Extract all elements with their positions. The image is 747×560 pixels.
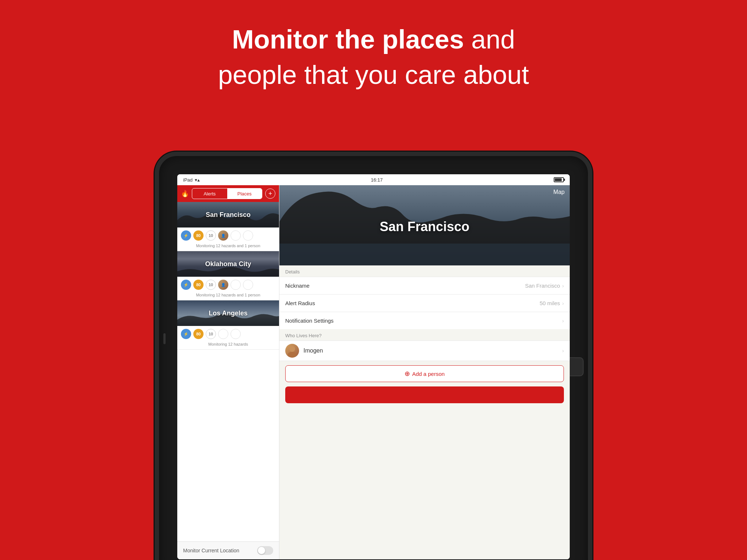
status-bar-right — [554, 177, 564, 182]
add-place-button[interactable]: + — [265, 188, 275, 199]
monitor-label: Monitor Current Location — [183, 548, 239, 553]
add-person-label: Add a person — [412, 371, 445, 377]
place-item-la[interactable]: Los Angeles ⚡ 80 10 Monitoring 12 hazard… — [177, 300, 279, 350]
sidebar-header: 🔥 Alerts Places + — [177, 185, 279, 202]
sf-icon-orange: 80 — [193, 230, 204, 241]
la-icon-gray: 10 — [206, 329, 216, 339]
person-avatar-imogen — [285, 344, 299, 358]
la-monitoring: Monitoring 12 hazards — [177, 342, 279, 349]
place-item-sf[interactable]: San Francisco ⚡ 80 10 👤 Monito — [177, 202, 279, 251]
hero-bold: Monitor the places — [232, 25, 464, 54]
map-place-title: San Francisco — [380, 219, 469, 234]
sf-empty1 — [231, 230, 241, 241]
alert-radius-label: Alert Radius — [285, 300, 315, 306]
main-content: 🔥 Alerts Places + — [177, 185, 570, 559]
nickname-label: Nickname — [285, 283, 310, 289]
bottom-red-bar — [285, 386, 564, 403]
hero-section: Monitor the places and people that you c… — [0, 0, 747, 560]
svg-rect-0 — [279, 244, 570, 265]
place-image-sf: San Francisco — [177, 202, 279, 228]
ok-icon-blue: ⚡ — [181, 280, 191, 290]
monitor-section: Monitor Current Location — [177, 541, 279, 559]
hero-line2: people that you care about — [0, 57, 747, 93]
right-panel: San Francisco Map Details Nickname San F… — [279, 185, 570, 559]
la-empty1 — [218, 329, 228, 339]
add-person-button[interactable]: ⊕ Add a person — [285, 365, 564, 382]
tab-alerts[interactable]: Alerts — [192, 188, 227, 199]
ipad-frame: iPad ▾▴ 16:17 🔥 — [155, 152, 592, 560]
sidebar: 🔥 Alerts Places + — [177, 185, 279, 559]
sf-icon-blue: ⚡ — [181, 230, 191, 241]
la-icon-blue: ⚡ — [181, 329, 191, 339]
la-icon-orange: 80 — [193, 329, 204, 339]
add-person-icon: ⊕ — [405, 370, 410, 378]
notification-chevron: › — [562, 318, 564, 324]
svg-point-1 — [289, 346, 295, 352]
sf-avatar: 👤 — [218, 230, 228, 241]
ipad-screen: iPad ▾▴ 16:17 🔥 — [177, 174, 570, 559]
la-label: Los Angeles — [209, 310, 247, 317]
tab-places[interactable]: Places — [227, 188, 262, 199]
ok-icon-gray: 10 — [206, 280, 216, 290]
avatar-placeholder-ok: 👤 — [218, 280, 228, 290]
hero-text: Monitor the places and people that you c… — [0, 22, 747, 93]
sf-icons: ⚡ 80 10 👤 — [177, 228, 279, 244]
place-image-ok: Oklahoma City — [177, 251, 279, 277]
la-empty2 — [231, 329, 241, 339]
status-bar-time: 16:17 — [371, 177, 383, 183]
avatar-svg — [285, 344, 299, 358]
sf-label: San Francisco — [206, 211, 251, 219]
notification-row[interactable]: Notification Settings › — [279, 312, 570, 329]
nickname-chevron: › — [562, 283, 564, 289]
battery-icon — [554, 177, 564, 182]
alert-radius-row[interactable]: Alert Radius 50 miles › — [279, 294, 570, 312]
alert-radius-chevron: › — [562, 300, 564, 306]
place-image-la: Los Angeles — [177, 300, 279, 326]
sf-empty2 — [243, 230, 253, 241]
ok-icons: ⚡ 80 10 👤 — [177, 277, 279, 293]
map-button[interactable]: Map — [553, 189, 565, 195]
notification-value: › — [562, 318, 564, 324]
nickname-value: San Francisco › — [525, 283, 564, 289]
nickname-row[interactable]: Nickname San Francisco › — [279, 277, 570, 294]
wifi-icon: ▾▴ — [195, 177, 200, 183]
place-item-ok[interactable]: Oklahoma City ⚡ 80 10 👤 Monito — [177, 251, 279, 300]
side-button — [163, 333, 166, 344]
device-name: iPad — [183, 177, 193, 183]
ok-empty2 — [243, 280, 253, 290]
hero-rest: and — [464, 25, 515, 54]
details-section-header: Details — [279, 265, 570, 277]
sf-icon-gray: 10 — [206, 230, 216, 241]
ok-avatar: 👤 — [218, 280, 228, 290]
person-chevron: › — [562, 348, 564, 354]
who-section-header: Who Lives Here? — [279, 329, 570, 341]
battery-fill — [555, 178, 562, 181]
person-row-imogen[interactable]: Imogen › — [279, 341, 570, 361]
status-bar: iPad ▾▴ 16:17 — [177, 174, 570, 185]
tab-group: Alerts Places — [192, 188, 262, 199]
ok-empty1 — [231, 280, 241, 290]
alert-radius-value: 50 miles › — [539, 300, 564, 306]
person-name-imogen: Imogen — [303, 347, 558, 354]
la-icons: ⚡ 80 10 — [177, 326, 279, 342]
notification-label: Notification Settings — [285, 318, 334, 324]
svg-point-2 — [288, 352, 297, 358]
app-icon: 🔥 — [181, 190, 189, 198]
status-bar-left: iPad ▾▴ — [183, 177, 200, 183]
details-panel: Details Nickname San Francisco › Alert R… — [279, 265, 570, 559]
ok-icon-orange: 80 — [193, 280, 204, 290]
toggle-knob — [258, 547, 265, 554]
sf-monitoring: Monitoring 12 hazards and 1 person — [177, 244, 279, 251]
ok-label: Oklahoma City — [205, 260, 251, 268]
map-header: San Francisco Map — [279, 185, 570, 265]
ok-monitoring: Monitoring 12 hazards and 1 person — [177, 293, 279, 300]
avatar-placeholder-sf: 👤 — [218, 230, 228, 241]
monitor-toggle[interactable] — [257, 546, 273, 555]
